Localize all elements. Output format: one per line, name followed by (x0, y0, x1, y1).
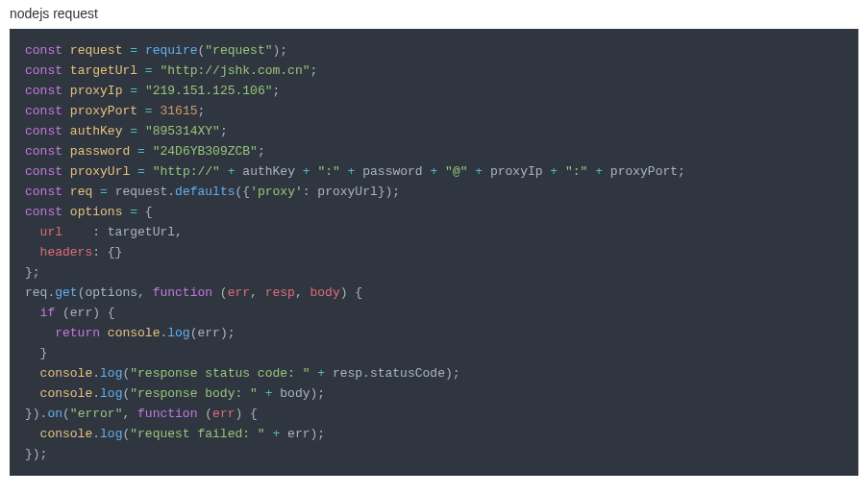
code-token: authKey (70, 124, 123, 138)
code-token: log (100, 386, 122, 401)
code-token: = (137, 164, 145, 179)
code-token: ( (62, 407, 70, 421)
code-token: ; (258, 144, 265, 159)
code-token: 'proxy' (250, 185, 303, 199)
code-token (62, 144, 70, 159)
code-token: . (92, 386, 100, 401)
code-token (25, 366, 40, 381)
code-token: authKey (242, 164, 295, 179)
code-token (137, 84, 145, 98)
code-token: url (40, 225, 62, 239)
code-token: }; (25, 265, 40, 280)
code-token: = (145, 104, 153, 118)
code-token: const (25, 63, 62, 78)
code-token: const (25, 185, 62, 199)
page-title: nodejs request (0, 0, 868, 29)
code-token: function (153, 285, 212, 300)
code-token: targetUrl (70, 63, 137, 78)
code-token: + (475, 164, 483, 179)
code-token: proxyPort; (610, 164, 685, 179)
code-token: proxyIp (490, 164, 543, 179)
code-token (145, 164, 153, 179)
code-token (483, 164, 490, 179)
code-token: = (130, 205, 137, 219)
code-token: function (137, 407, 197, 421)
code-token: proxyPort (70, 104, 137, 118)
code-token: get (55, 285, 77, 300)
code-block: const request = require("request"); cons… (10, 29, 858, 476)
code-token: + (550, 164, 558, 179)
code-token: : proxyUrl}); (303, 185, 400, 199)
code-token: if (40, 306, 56, 320)
code-token: const (25, 164, 62, 179)
code-token: ( (197, 407, 212, 421)
code-token: ; (273, 84, 281, 98)
code-token: , (250, 285, 265, 300)
code-token (265, 427, 273, 441)
code-token: proxyIp (70, 84, 123, 98)
code-token: = (145, 63, 153, 78)
code-token: = (130, 43, 137, 58)
code-token (220, 164, 228, 179)
code-token (130, 144, 137, 159)
code-token: headers (40, 245, 93, 259)
code-token (603, 164, 610, 179)
code-token: err (212, 407, 235, 421)
code-token (145, 144, 153, 159)
code-token (25, 386, 40, 401)
code-token (558, 164, 565, 179)
code-token (62, 185, 70, 199)
code-token: "response status code: " (130, 366, 310, 381)
code-token: + (303, 164, 310, 179)
code-token: console (40, 386, 93, 401)
code-token: log (100, 366, 122, 381)
code-token: err); (280, 427, 325, 441)
code-token: ( (212, 285, 228, 300)
code-token (100, 326, 108, 340)
code-token: = (100, 185, 108, 199)
code-token: "@" (445, 164, 467, 179)
code-token: console (40, 427, 93, 441)
code-token: . (92, 366, 100, 381)
code-token: require (145, 43, 198, 58)
code-token (62, 205, 70, 219)
code-token: "24D6YB309ZCB" (153, 144, 258, 159)
code-token: request (70, 43, 123, 58)
code-token: options (70, 205, 123, 219)
code-token (437, 164, 445, 179)
code-token: } (25, 346, 47, 360)
code-token (62, 124, 70, 138)
code-token (295, 164, 303, 179)
code-token: "895314XY" (145, 124, 220, 138)
code-token: : targetUrl, (62, 225, 183, 239)
code-token: "http://" (153, 164, 220, 179)
code-token: req (70, 185, 92, 199)
code-token: body); (273, 386, 326, 401)
code-token (137, 124, 145, 138)
code-token: err (228, 285, 250, 300)
code-token (137, 104, 145, 118)
code-token: const (25, 205, 62, 219)
code-token: , (295, 285, 310, 300)
code-token: log (100, 427, 122, 441)
code-token: "request" (205, 43, 272, 58)
code-token (62, 43, 70, 58)
code-token (62, 63, 70, 78)
code-token: resp (265, 285, 295, 300)
code-token: "http://jshk.com.cn" (160, 63, 310, 78)
code-token: (err); (190, 326, 236, 340)
code-token (137, 63, 145, 78)
code-token: req. (25, 285, 55, 300)
code-token: log (167, 326, 189, 340)
code-token: : {} (92, 245, 122, 259)
code-token: const (25, 104, 62, 118)
code-token: ; (198, 104, 206, 118)
code-token (25, 245, 40, 259)
code-token: const (25, 43, 62, 58)
code-token: ) { (235, 407, 257, 421)
code-token: (options, (78, 285, 153, 300)
code-token: defaults (175, 185, 235, 199)
code-token: console (40, 366, 93, 381)
code-token: + (595, 164, 603, 179)
code-token (25, 326, 55, 340)
